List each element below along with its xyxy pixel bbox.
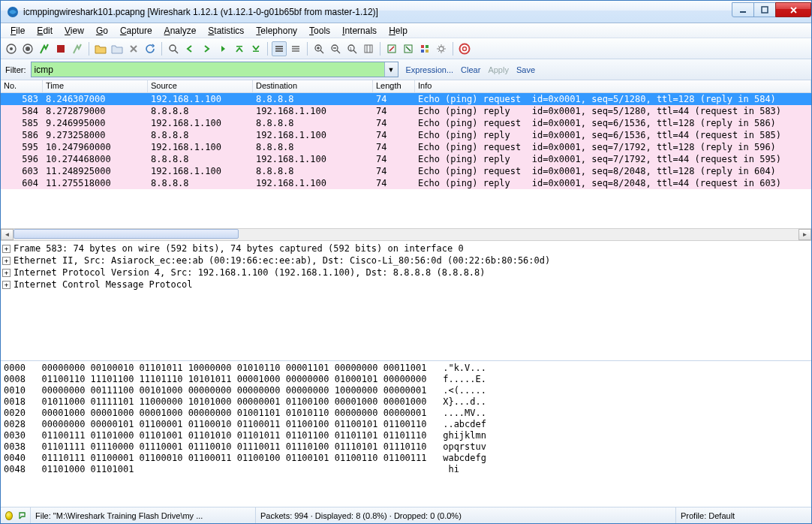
detail-tree-item[interactable]: +Frame 583: 74 bytes on wire (592 bits),… (2, 242, 810, 254)
window-close-button[interactable] (775, 2, 811, 17)
menu-telephony[interactable]: Telephony (251, 24, 302, 38)
interfaces-icon[interactable] (4, 41, 19, 56)
filter-dropdown-button[interactable]: ▼ (384, 62, 398, 77)
menu-edit[interactable]: Edit (32, 24, 58, 38)
detail-tree-item[interactable]: +Internet Control Message Protocol (2, 279, 810, 291)
packet-row[interactable]: 5869.2732580008.8.8.8192.168.1.10074Echo… (1, 129, 811, 141)
filter-clear-button[interactable]: Clear (461, 65, 480, 74)
go-last-icon[interactable] (248, 41, 263, 56)
help-icon[interactable] (457, 41, 472, 56)
preferences-icon[interactable] (434, 41, 449, 56)
zoom-reset-icon[interactable]: 1 (344, 41, 359, 56)
filter-expression-button[interactable]: Expression... (406, 65, 454, 74)
go-back-icon[interactable] (182, 41, 197, 56)
window-minimize-button[interactable] (732, 2, 754, 17)
find-icon[interactable] (166, 41, 181, 56)
open-file-icon[interactable] (93, 41, 108, 56)
go-first-icon[interactable] (232, 41, 247, 56)
scroll-track[interactable] (14, 229, 798, 240)
go-forward-icon[interactable] (199, 41, 214, 56)
svg-rect-10 (253, 50, 259, 52)
column-header-source[interactable]: Source (148, 80, 253, 92)
expand-icon[interactable]: + (2, 281, 11, 289)
menu-go[interactable]: Go (91, 24, 113, 38)
menu-file[interactable]: File (5, 24, 30, 38)
toolbar-separator (267, 42, 268, 56)
close-file-icon[interactable] (126, 41, 141, 56)
scroll-thumb[interactable] (14, 229, 239, 239)
window-titlebar: icmppingwireshark101.pcapng [Wireshark 1… (1, 1, 811, 23)
svg-point-30 (463, 47, 467, 50)
stop-capture-icon[interactable] (53, 41, 68, 56)
packet-list[interactable]: 5838.246307000192.168.1.1008.8.8.874Echo… (1, 93, 811, 228)
filter-apply-button[interactable]: Apply (488, 65, 509, 74)
column-header-no[interactable]: No. (1, 80, 43, 92)
menu-view[interactable]: View (59, 24, 89, 38)
filter-save-button[interactable]: Save (516, 65, 535, 74)
zoom-in-icon[interactable] (311, 41, 326, 56)
packet-row[interactable]: 59610.2744680008.8.8.8192.168.1.10074Ech… (1, 153, 811, 165)
colorize-icon[interactable] (272, 41, 287, 56)
menu-help[interactable]: Help (383, 24, 413, 38)
column-header-time[interactable]: Time (43, 80, 148, 92)
packet-row[interactable]: 5848.2728790008.8.8.8192.168.1.10074Echo… (1, 105, 811, 117)
svg-rect-1 (740, 11, 746, 13)
auto-scroll-icon[interactable] (288, 41, 303, 56)
packet-details-pane[interactable]: +Frame 583: 74 bytes on wire (592 bits),… (1, 241, 811, 361)
packet-bytes-pane[interactable]: 0000 00000000 00100010 01101011 10000000… (1, 361, 811, 507)
expert-info-icon[interactable] (5, 511, 13, 520)
svg-rect-13 (275, 50, 283, 52)
packet-row[interactable]: 59510.247960000192.168.1.1008.8.8.874Ech… (1, 141, 811, 153)
capture-comment-icon[interactable] (18, 510, 26, 521)
svg-rect-2 (762, 7, 768, 13)
expand-icon[interactable]: + (2, 245, 11, 253)
reload-icon[interactable] (143, 41, 158, 56)
filter-combo[interactable]: ▼ (31, 62, 398, 77)
packet-row[interactable]: 5859.246995000192.168.1.1008.8.8.874Echo… (1, 117, 811, 129)
packet-list-header[interactable]: No. Time Source Destination Length Info (1, 80, 811, 93)
column-header-destination[interactable]: Destination (253, 80, 373, 92)
toolbar-separator (307, 42, 308, 56)
save-file-icon[interactable] (110, 41, 125, 56)
detail-tree-item[interactable]: +Ethernet II, Src: Asiarock_ec:ee:ab (00… (2, 254, 810, 267)
start-capture-icon[interactable] (37, 41, 52, 56)
svg-point-4 (10, 47, 13, 50)
svg-rect-15 (292, 48, 299, 50)
toolbar-separator (161, 42, 162, 56)
menu-internals[interactable]: Internals (337, 24, 382, 38)
packet-row[interactable]: 5838.246307000192.168.1.1008.8.8.874Echo… (1, 93, 811, 105)
toolbar-separator (453, 42, 453, 56)
packet-row[interactable]: 60311.248925000192.168.1.1008.8.8.874Ech… (1, 165, 811, 177)
resize-columns-icon[interactable] (361, 41, 376, 56)
status-counts: Packets: 994 · Displayed: 8 (0.8%) · Dro… (256, 507, 676, 523)
svg-rect-9 (236, 46, 242, 47)
packet-row[interactable]: 60411.2755180008.8.8.8192.168.1.10074Ech… (1, 177, 811, 189)
scroll-left-button[interactable]: ◄ (1, 229, 14, 240)
column-header-length[interactable]: Length (373, 80, 415, 92)
toolbar-separator (380, 42, 380, 56)
expand-icon[interactable]: + (2, 257, 11, 265)
svg-rect-12 (275, 48, 283, 50)
filter-input[interactable] (32, 62, 384, 77)
expand-icon[interactable]: + (2, 269, 11, 277)
window-maximize-button[interactable] (753, 2, 776, 17)
status-profile[interactable]: Profile: Default (676, 507, 811, 523)
menu-statistics[interactable]: Statistics (203, 24, 249, 38)
svg-rect-21 (365, 45, 372, 53)
svg-rect-27 (426, 50, 429, 53)
column-header-info[interactable]: Info (415, 80, 811, 92)
menu-capture[interactable]: Capture (115, 24, 158, 38)
restart-capture-icon[interactable] (70, 41, 85, 56)
packet-list-scrollbar[interactable]: ◄ ► (1, 228, 811, 241)
display-filters-icon[interactable] (401, 41, 416, 56)
scroll-right-button[interactable]: ► (798, 229, 811, 240)
coloring-rules-icon[interactable] (417, 41, 432, 56)
menu-analyze[interactable]: Analyze (159, 24, 202, 38)
capture-filters-icon[interactable] (384, 41, 399, 56)
options-icon[interactable] (20, 41, 35, 56)
detail-tree-item[interactable]: +Internet Protocol Version 4, Src: 192.1… (2, 267, 810, 279)
zoom-out-icon[interactable] (328, 41, 343, 56)
menu-bar: FileEditViewGoCaptureAnalyzeStatisticsTe… (1, 23, 811, 38)
menu-tools[interactable]: Tools (304, 24, 335, 38)
go-to-packet-icon[interactable] (215, 41, 230, 56)
